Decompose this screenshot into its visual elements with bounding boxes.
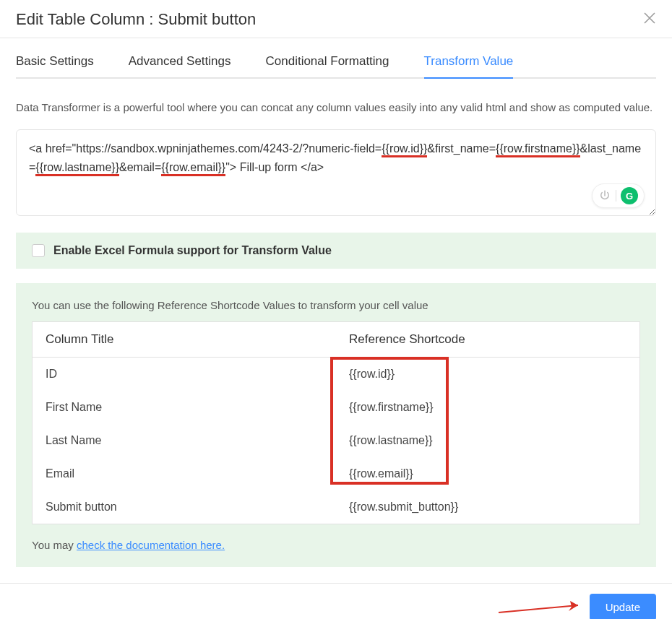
col-header-shortcode: Reference Shortcode bbox=[336, 322, 640, 358]
svg-marker-1 bbox=[569, 601, 578, 611]
tab-advanced-settings[interactable]: Advanced Settings bbox=[129, 54, 231, 79]
table-row: Last Name {{row.lastname}} bbox=[33, 424, 640, 457]
tab-transform-value[interactable]: Transform Value bbox=[424, 54, 514, 79]
grammarly-widget[interactable]: G bbox=[592, 183, 645, 208]
transform-description: Data Transformer is a powerful tool wher… bbox=[16, 99, 656, 116]
table-row: First Name {{row.firstname}} bbox=[33, 391, 640, 424]
grammarly-icon: G bbox=[621, 187, 638, 204]
transform-code-input[interactable] bbox=[16, 129, 656, 216]
reference-table: Column Title Reference Shortcode ID {{ro… bbox=[32, 321, 640, 524]
divider bbox=[616, 190, 616, 202]
table-row: Email {{row.email}} bbox=[33, 457, 640, 490]
doc-link-row: You may check the documentation here. bbox=[32, 539, 640, 551]
close-button[interactable] bbox=[643, 10, 656, 29]
col-header-title: Column Title bbox=[33, 322, 337, 358]
power-icon bbox=[598, 189, 611, 202]
modal-footer: Update bbox=[0, 583, 672, 619]
reference-shortcode-section: You can use the following Reference Shor… bbox=[16, 283, 656, 567]
modal-edit-table-column: Edit Table Column : Submit button Basic … bbox=[0, 0, 672, 619]
update-button[interactable]: Update bbox=[590, 594, 656, 619]
enable-excel-checkbox[interactable] bbox=[32, 244, 45, 257]
excel-formula-section: Enable Excel Formula support for Transfo… bbox=[16, 233, 656, 269]
annotation-arrow bbox=[495, 597, 589, 618]
tab-conditional-formatting[interactable]: Conditional Formatting bbox=[266, 54, 389, 79]
modal-header: Edit Table Column : Submit button bbox=[0, 0, 672, 38]
transform-code-wrap: <a href="https://sandbox.wpninjathemes.c… bbox=[16, 129, 656, 218]
svg-line-0 bbox=[499, 605, 578, 612]
tab-basic-settings[interactable]: Basic Settings bbox=[16, 54, 94, 79]
tabs: Basic Settings Advanced Settings Conditi… bbox=[16, 54, 656, 79]
documentation-link[interactable]: check the documentation here. bbox=[77, 539, 225, 551]
enable-excel-label[interactable]: Enable Excel Formula support for Transfo… bbox=[53, 244, 332, 257]
modal-title: Edit Table Column : Submit button bbox=[16, 10, 256, 29]
reference-intro: You can use the following Reference Shor… bbox=[32, 299, 640, 311]
close-icon bbox=[643, 12, 656, 25]
table-row: Submit button {{row.submit_button}} bbox=[33, 490, 640, 524]
table-row: ID {{row.id}} bbox=[33, 358, 640, 391]
